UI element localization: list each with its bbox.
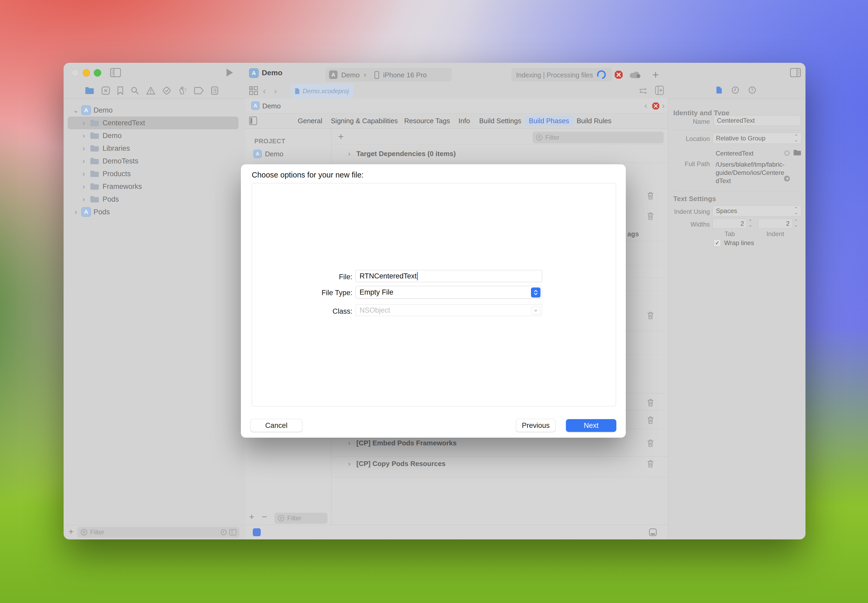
jumpbar-forward-icon[interactable]: › <box>662 100 665 110</box>
minimize-button[interactable] <box>83 69 90 77</box>
inspector-tab-history-icon[interactable] <box>731 86 739 94</box>
class-combo[interactable]: NSObject <box>356 305 542 316</box>
recent-files-clock-icon[interactable] <box>220 529 227 535</box>
indent-using-popup[interactable]: Spaces ⌃⌄ <box>712 205 801 216</box>
disclosure-icon[interactable]: › <box>80 195 87 204</box>
disclosure-icon[interactable]: › <box>80 182 87 191</box>
disclosure-icon[interactable]: ⌄ <box>72 106 79 114</box>
navigator-tab-reports-icon[interactable] <box>211 87 218 95</box>
inspector-toggle-icon[interactable] <box>790 68 801 77</box>
swap-editors-icon[interactable] <box>638 87 648 94</box>
sidebar-item-demo-group[interactable]: › Demo <box>80 129 122 142</box>
tab-resource-tags[interactable]: Resource Tags <box>404 117 450 125</box>
disclosure-icon[interactable]: › <box>346 460 353 468</box>
scheme-selector[interactable]: A Demo › iPhone 16 Pro <box>325 68 452 82</box>
next-button[interactable]: Next <box>566 419 616 432</box>
add-editor-plus-icon[interactable]: + <box>652 69 659 81</box>
error-badge-icon[interactable] <box>614 70 623 79</box>
disclosure-icon[interactable]: › <box>80 170 87 178</box>
tab-build-settings[interactable]: Build Settings <box>479 117 521 125</box>
sidebar-item-libraries[interactable]: › Libraries <box>80 142 130 155</box>
inspector-tab-file-icon[interactable] <box>716 86 722 94</box>
project-indicator-icon[interactable] <box>253 528 261 536</box>
delete-phase-icon[interactable] <box>647 192 654 200</box>
tab-build-rules[interactable]: Build Rules <box>577 117 611 125</box>
tab-info[interactable]: Info <box>458 117 470 125</box>
project-item-demo[interactable]: A Demo <box>253 150 283 158</box>
navigator-tab-search-icon[interactable] <box>131 87 139 95</box>
add-item-plus-icon[interactable]: + <box>68 526 74 537</box>
disclosure-icon[interactable]: › <box>80 144 87 153</box>
close-button[interactable] <box>71 69 79 77</box>
name-field[interactable]: CenteredText <box>713 115 801 126</box>
indent-width-field[interactable]: 2 <box>758 219 792 229</box>
editor-tab[interactable]: Demo.xcodeproj <box>291 83 353 99</box>
clear-location-icon[interactable] <box>783 150 791 156</box>
plus-minus-filter-icon[interactable] <box>229 529 236 535</box>
location-popup[interactable]: Relative to Group ⌃⌄ <box>712 133 801 144</box>
tab-width-field[interactable]: 2 <box>712 219 747 229</box>
navigator-tab-debug-icon[interactable] <box>178 86 187 95</box>
add-target-plus-icon[interactable]: + <box>249 512 254 522</box>
phase-embed-pods[interactable]: › [CP] Embed Pods Frameworks <box>346 439 457 447</box>
sidebar-item-frameworks[interactable]: › Frameworks <box>80 180 142 193</box>
navigator-tab-tests-icon[interactable] <box>162 87 171 95</box>
delete-phase-icon[interactable] <box>647 460 654 468</box>
tab-general[interactable]: General <box>298 117 322 125</box>
delete-phase-icon[interactable] <box>647 416 654 424</box>
tab-signing-capabilities[interactable]: Signing & Capabilities <box>331 117 398 125</box>
disclosure-icon[interactable]: › <box>346 439 353 447</box>
navigator-tab-sourcecontrol-icon[interactable] <box>102 87 110 95</box>
previous-button[interactable]: Previous <box>516 419 555 432</box>
indent-width-stepper[interactable]: ⌃⌄ <box>794 220 798 227</box>
related-items-icon[interactable] <box>249 86 258 95</box>
phase-copy-pods[interactable]: › [CP] Copy Pods Resources <box>346 460 446 468</box>
adjust-editor-icon[interactable] <box>649 528 657 536</box>
open-path-arrow-icon[interactable] <box>783 175 791 182</box>
disclosure-icon[interactable]: › <box>80 132 87 140</box>
sidebar-item-demo-project[interactable]: ⌄ A Demo <box>72 104 113 117</box>
cancel-button[interactable]: Cancel <box>251 419 302 432</box>
sidebar-item-demotests[interactable]: › DemoTests <box>80 155 138 167</box>
delete-phase-icon[interactable] <box>647 439 654 447</box>
disclosure-icon[interactable]: › <box>346 150 353 158</box>
navigator-filter-field[interactable]: Filter <box>77 527 240 538</box>
delete-phase-icon[interactable] <box>647 212 654 220</box>
wrap-lines-control[interactable]: ✓ Wrap lines <box>713 239 754 247</box>
navigator-tab-bookmarks-icon[interactable] <box>117 87 124 95</box>
editor-sidebar-toggle-icon[interactable] <box>249 117 257 125</box>
navigator-tab-files-icon[interactable] <box>85 87 94 95</box>
jumpbar-error-badge-icon[interactable] <box>652 102 660 110</box>
zoom-button[interactable] <box>94 69 101 77</box>
wrap-lines-checkbox[interactable]: ✓ <box>713 239 721 247</box>
add-build-phase-icon[interactable]: + <box>338 131 343 142</box>
file-type-popup[interactable]: Empty File <box>356 286 542 298</box>
sidebar-toggle-icon[interactable] <box>110 68 121 77</box>
inspector-tab-help-icon[interactable]: ? <box>748 86 756 94</box>
sidebar-item-centeredtext[interactable]: › CenteredText <box>80 117 145 129</box>
tab-width-stepper[interactable]: ⌃⌄ <box>749 220 752 227</box>
navigator-tab-breakpoints-icon[interactable] <box>194 87 204 94</box>
disclosure-icon[interactable]: › <box>80 119 87 127</box>
phase-target-dependencies[interactable]: › Target Dependencies (0 items) <box>346 150 456 158</box>
file-name-input[interactable]: RTNCenteredText <box>356 270 542 282</box>
jumpbar-back-icon[interactable]: ‹ <box>644 100 647 110</box>
back-chevron-icon[interactable]: ‹ <box>263 85 266 96</box>
tab-build-phases[interactable]: Build Phases <box>525 116 573 126</box>
jumpbar-title[interactable]: Demo <box>262 102 281 110</box>
sidebar-item-pods-project[interactable]: › A Pods <box>72 206 110 218</box>
remove-target-minus-icon[interactable]: − <box>262 512 267 522</box>
forward-chevron-icon[interactable]: › <box>274 85 277 96</box>
disclosure-icon[interactable]: › <box>80 157 87 165</box>
disclosure-icon[interactable]: › <box>72 208 79 216</box>
navigator-tab-issues-icon[interactable] <box>146 87 155 95</box>
delete-phase-icon[interactable] <box>647 399 654 407</box>
phases-filter-field[interactable]: Filter <box>532 132 664 143</box>
sidebar-item-pods-group[interactable]: › Pods <box>80 193 119 206</box>
choose-folder-icon[interactable] <box>793 149 801 156</box>
delete-phase-icon[interactable] <box>647 311 654 320</box>
sidebar-item-products[interactable]: › Products <box>80 167 131 180</box>
add-editor-split-icon[interactable] <box>655 85 664 95</box>
run-button[interactable] <box>226 68 234 77</box>
targets-filter-field[interactable]: Filter <box>274 513 328 524</box>
